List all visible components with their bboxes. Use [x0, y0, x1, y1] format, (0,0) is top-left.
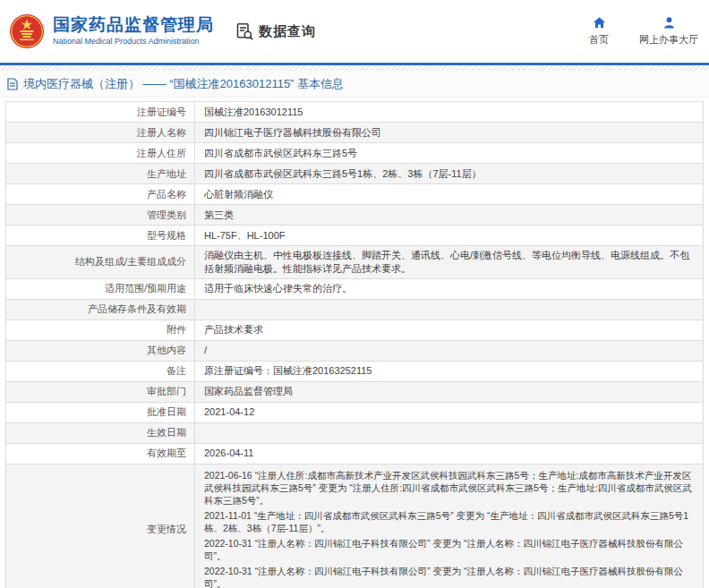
- row-label-text: 批准日期: [147, 405, 186, 419]
- row-label: 有效期至: [6, 444, 195, 464]
- row-label-text: 注册人住所: [137, 147, 186, 160]
- table-row: 变更情况2021-06-16 “注册人住所:成都市高新技术产业开发区武侯科技园武…: [6, 464, 703, 588]
- agency-subtitle: National Medical Products Administration: [53, 38, 214, 47]
- table-row: 管理类别第三类: [6, 204, 703, 225]
- row-label-text: 适用范围/预期用途: [105, 282, 186, 295]
- row-value: 2026-04-11: [195, 444, 703, 464]
- row-label: 变更情况: [6, 464, 195, 588]
- table-row: 附件产品技术要求: [6, 320, 703, 340]
- change-entry: 2022-10-31 “注册人名称：四川锦江电子科技有限公司” 变更为 “注册人…: [204, 537, 696, 562]
- row-value: [195, 423, 703, 443]
- row-value: 第三类: [195, 205, 703, 225]
- table-row: 产品名称心脏射频消融仪: [6, 183, 703, 204]
- page-title: 境内医疗器械（注册） —— “国械注准20163012115” 基本信息: [23, 76, 344, 92]
- row-value: 四川省成都市武侯区武科东三路5号1栋、2栋、3栋（7层-11层）: [195, 164, 703, 183]
- row-label-text: 产品储存条件及有效期: [88, 303, 186, 316]
- table-row: 产品储存条件及有效期: [6, 299, 703, 320]
- row-value: 原注册证编号：国械注准20163252115: [195, 362, 703, 381]
- site-header: 国家药品监督管理局 National Medical Products Admi…: [0, 0, 709, 63]
- row-value: 2021-06-16 “注册人住所:成都市高新技术产业开发区武侯科技园武科东三路…: [195, 464, 703, 588]
- row-label-text: 注册证编号: [137, 106, 186, 119]
- change-entry: 2021-06-16 “注册人住所:成都市高新技术产业开发区武侯科技园武科东三路…: [204, 469, 696, 507]
- row-label-text: 产品名称: [147, 188, 186, 201]
- row-label: 管理类别: [6, 205, 195, 225]
- table-row: 审批部门国家药品监督管理局: [6, 381, 703, 402]
- row-value: 心脏射频消融仪: [195, 184, 703, 204]
- row-label-text: 附件: [167, 323, 186, 337]
- breadcrumb: 境内医疗器械（注册） —— “国械注准20163012115” 基本信息: [0, 71, 709, 98]
- row-value: 四川锦江电子医疗器械科技股份有限公司: [195, 123, 703, 142]
- row-label: 结构及组成/主要组成成分: [6, 246, 195, 278]
- table-row: 注册人名称四川锦江电子医疗器械科技股份有限公司: [6, 122, 703, 142]
- row-label-text: 结构及组成/主要组成成分: [75, 255, 186, 268]
- document-icon: [7, 78, 18, 90]
- row-label: 注册人名称: [6, 123, 195, 142]
- detail-table: 注册证编号国械注准20163012115注册人名称四川锦江电子医疗器械科技股份有…: [5, 101, 704, 588]
- row-label-text: 备注: [167, 364, 186, 378]
- table-row: 备注原注册证编号：国械注准20163252115: [6, 361, 703, 381]
- document-search-icon: [235, 22, 254, 41]
- row-value: 消融仪由主机、中性电极板连接线、脚踏开关、通讯线、心电/刺激信号线、等电位均衡导…: [195, 246, 703, 278]
- home-icon: [593, 16, 606, 30]
- agency-title: 国家药品监督管理局: [53, 16, 214, 35]
- national-emblem-icon: [9, 13, 45, 49]
- row-value: 2021-04-12: [195, 403, 703, 422]
- row-value: HL-75F、HL-100F: [195, 226, 703, 245]
- agency-text: 国家药品监督管理局 National Medical Products Admi…: [53, 16, 214, 47]
- agency-logo-block[interactable]: 国家药品监督管理局 National Medical Products Admi…: [9, 13, 214, 49]
- table-row: 结构及组成/主要组成成分消融仪由主机、中性电极板连接线、脚踏开关、通讯线、心电/…: [6, 245, 703, 278]
- nav-home[interactable]: 首页: [589, 16, 609, 47]
- row-label-text: 型号规格: [147, 229, 186, 243]
- row-value: 产品技术要求: [195, 320, 703, 340]
- table-row: 有效期至2026-04-11: [6, 443, 703, 464]
- row-label: 备注: [6, 362, 195, 381]
- row-value: 四川省成都市武侯区武科东三路5号: [195, 143, 703, 163]
- row-label: 注册证编号: [6, 102, 195, 122]
- change-entry: 2021-11-01 “生产地址：四川省成都市武侯区武科东三路5号” 变更为 “…: [204, 509, 696, 534]
- row-label: 附件: [6, 320, 195, 340]
- row-label-text: 注册人名称: [137, 126, 186, 140]
- nav-service-hall-label: 网上办事大厅: [639, 33, 698, 47]
- row-label: 其他内容: [6, 341, 195, 361]
- table-row: 其他内容/: [6, 340, 703, 361]
- row-label: 适用范围/预期用途: [6, 279, 195, 299]
- table-row: 批准日期2021-04-12: [6, 402, 703, 422]
- row-label-text: 其他内容: [147, 344, 186, 357]
- row-value: 国家药品监督管理局: [195, 382, 703, 402]
- table-row: 型号规格HL-75F、HL-100F: [6, 225, 703, 245]
- row-label: 生效日期: [6, 423, 195, 443]
- row-label-text: 生效日期: [147, 426, 186, 439]
- row-value: /: [195, 341, 703, 361]
- row-label: 审批部门: [6, 382, 195, 402]
- person-icon: [662, 16, 676, 30]
- row-label-text: 变更情况: [147, 523, 186, 536]
- row-label: 型号规格: [6, 226, 195, 245]
- data-query-section[interactable]: 数据查询: [235, 22, 316, 41]
- row-value: 适用于临床快速心律失常的治疗。: [195, 279, 703, 299]
- row-label-text: 审批部门: [147, 385, 186, 398]
- row-label: 产品储存条件及有效期: [6, 300, 195, 320]
- data-query-label: 数据查询: [259, 23, 316, 40]
- table-row: 注册人住所四川省成都市武侯区武科东三路5号: [6, 142, 703, 163]
- table-row: 注册证编号国械注准20163012115: [6, 102, 703, 122]
- row-label-text: 有效期至: [147, 447, 186, 460]
- row-value: 国械注准20163012115: [195, 102, 703, 122]
- row-value: [195, 300, 703, 320]
- row-label: 批准日期: [6, 403, 195, 422]
- row-label: 产品名称: [6, 184, 195, 204]
- nav-home-label: 首页: [589, 33, 609, 47]
- change-entry: 2022-10-31 “注册人名称：四川锦江电子科技有限公司” 变更为 “注册人…: [204, 565, 696, 588]
- table-row: 生效日期: [6, 422, 703, 443]
- nav-service-hall[interactable]: 网上办事大厅: [639, 16, 698, 47]
- row-label: 生产地址: [6, 164, 195, 183]
- row-label-text: 生产地址: [147, 167, 186, 181]
- table-row: 生产地址四川省成都市武侯区武科东三路5号1栋、2栋、3栋（7层-11层）: [6, 163, 703, 183]
- row-label: 注册人住所: [6, 143, 195, 163]
- table-row: 适用范围/预期用途适用于临床快速心律失常的治疗。: [6, 278, 703, 299]
- row-label-text: 管理类别: [147, 209, 186, 222]
